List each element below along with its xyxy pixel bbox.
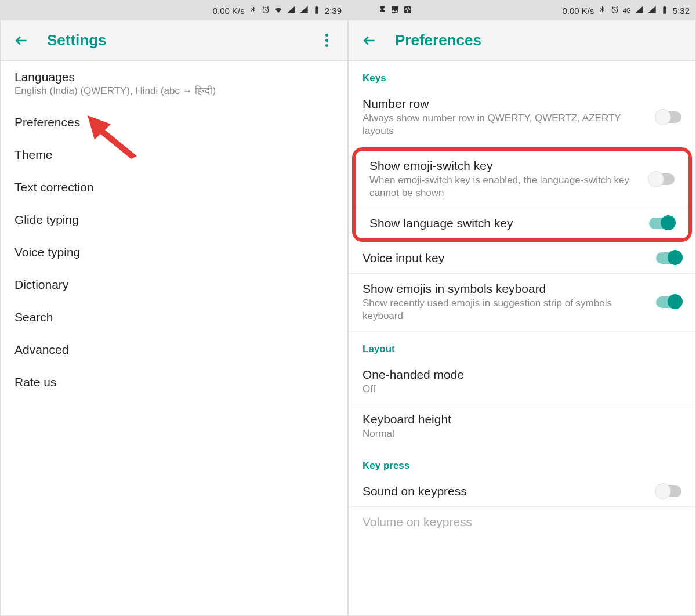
pref-title: Voice input key <box>362 251 649 265</box>
app-bar: Settings <box>1 20 347 61</box>
pref-volume-on-keypress[interactable]: Volume on keypress <box>349 507 695 537</box>
alarm-icon <box>610 5 619 16</box>
pref-title: Number row <box>362 97 649 111</box>
status-bar: 0.00 K/s 4G 5:32 <box>349 1 695 20</box>
pref-subtitle: Off <box>362 383 682 396</box>
list-item-dictionary[interactable]: Dictionary <box>1 269 347 301</box>
pref-sound-on-keypress[interactable]: Sound on keypress <box>349 476 695 507</box>
hourglass-icon <box>378 5 387 16</box>
section-header-layout: Layout <box>349 332 695 360</box>
pref-voice-input-key[interactable]: Voice input key <box>349 243 695 274</box>
switch-voice-input-key[interactable] <box>656 252 682 264</box>
preferences-list: Keys Number row Always show number row i… <box>349 61 695 615</box>
list-item-rate-us[interactable]: Rate us <box>1 366 347 398</box>
list-item-languages[interactable]: Languages English (India) (QWERTY), Hind… <box>1 61 347 106</box>
svg-rect-7 <box>663 6 666 13</box>
signal-icon <box>635 5 644 16</box>
battery-icon <box>660 5 669 16</box>
list-item-preferences[interactable]: Preferences <box>1 106 347 139</box>
list-item-title: Rate us <box>14 375 334 389</box>
pref-emoji-switch-key[interactable]: Show emoji-switch key When emoji-switch … <box>356 151 688 208</box>
page-title: Settings <box>47 31 107 49</box>
pref-one-handed-mode[interactable]: One-handed mode Off <box>349 360 695 404</box>
network-speed: 0.00 K/s <box>213 6 245 16</box>
annotation-highlight-box: Show emoji-switch key When emoji-switch … <box>352 147 692 242</box>
pref-title: Show emoji-switch key <box>369 159 642 173</box>
battery-icon <box>312 5 321 16</box>
pref-subtitle: Show recently used emojis in suggestion … <box>362 297 649 323</box>
svg-rect-1 <box>315 6 318 13</box>
switch-emoji-switch-key[interactable] <box>649 173 675 185</box>
list-item-title: Search <box>14 310 334 324</box>
pref-number-row[interactable]: Number row Always show number row in QWE… <box>349 89 695 146</box>
list-item-subtitle: English (India) (QWERTY), Hindi (abc → ह… <box>14 85 334 97</box>
list-item-title: Languages <box>14 70 334 84</box>
app-bar: Preferences <box>349 20 695 61</box>
more-vert-icon <box>325 34 328 47</box>
back-button[interactable] <box>10 29 33 52</box>
image-icon <box>390 5 400 16</box>
settings-list: Languages English (India) (QWERTY), Hind… <box>1 61 347 615</box>
svg-rect-8 <box>664 6 665 6</box>
pref-title: Sound on keypress <box>362 484 649 498</box>
signal-icon-2 <box>647 5 657 16</box>
bluetooth-icon <box>248 5 258 16</box>
back-button[interactable] <box>358 29 381 52</box>
list-item-title: Dictionary <box>14 278 334 292</box>
pref-title: Show emojis in symbols keyboard <box>362 282 649 296</box>
pref-keyboard-height[interactable]: Keyboard height Normal <box>349 404 695 448</box>
svg-rect-2 <box>316 6 317 6</box>
network-speed: 0.00 K/s <box>562 6 594 16</box>
section-header-keypress: Key press <box>349 448 695 476</box>
clock-time: 5:32 <box>673 6 690 16</box>
list-item-glide-typing[interactable]: Glide typing <box>1 204 347 236</box>
list-item-theme[interactable]: Theme <box>1 139 347 171</box>
list-item-text-correction[interactable]: Text correction <box>1 171 347 204</box>
list-item-search[interactable]: Search <box>1 301 347 334</box>
list-item-title: Text correction <box>14 180 334 194</box>
pref-subtitle: Normal <box>362 427 682 440</box>
pref-subtitle: Always show number row in QWERTY, QWERTZ… <box>362 112 649 137</box>
pref-title: Keyboard height <box>362 412 682 426</box>
alarm-icon <box>261 5 270 16</box>
list-item-title: Voice typing <box>14 245 334 259</box>
pref-title: Show language switch key <box>369 216 642 230</box>
pref-title: Volume on keypress <box>362 515 682 529</box>
signal-icon-2 <box>299 5 309 16</box>
list-item-title: Advanced <box>14 343 334 357</box>
list-item-title: Theme <box>14 148 334 162</box>
list-item-advanced[interactable]: Advanced <box>1 334 347 366</box>
overflow-menu-button[interactable] <box>315 29 338 52</box>
network-badge: 4G <box>623 8 630 14</box>
settings-screen: 0.00 K/s 2:39 Settings Language <box>0 0 348 616</box>
list-item-title: Glide typing <box>14 213 334 227</box>
pref-language-switch-key[interactable]: Show language switch key <box>356 208 688 238</box>
switch-number-row[interactable] <box>656 111 682 123</box>
switch-language-switch-key[interactable] <box>649 218 675 229</box>
preferences-screen: 0.00 K/s 4G 5:32 Preferences Keys Number… <box>348 0 696 616</box>
list-item-title: Preferences <box>14 115 334 129</box>
pref-title: One-handed mode <box>362 368 682 382</box>
bluetooth-icon <box>597 5 607 16</box>
clock-time: 2:39 <box>325 6 342 16</box>
switch-emojis-symbols[interactable] <box>656 296 682 308</box>
page-title: Preferences <box>395 31 481 49</box>
list-item-voice-typing[interactable]: Voice typing <box>1 236 347 269</box>
switch-sound-keypress[interactable] <box>656 485 682 497</box>
signal-icon <box>287 5 296 16</box>
activity-icon <box>403 5 412 16</box>
pref-emojis-symbols-keyboard[interactable]: Show emojis in symbols keyboard Show rec… <box>349 274 695 331</box>
pref-subtitle: When emoji-switch key is enabled, the la… <box>369 174 642 200</box>
section-header-keys: Keys <box>349 61 695 89</box>
wifi-icon <box>274 5 283 16</box>
status-bar: 0.00 K/s 2:39 <box>1 1 347 20</box>
